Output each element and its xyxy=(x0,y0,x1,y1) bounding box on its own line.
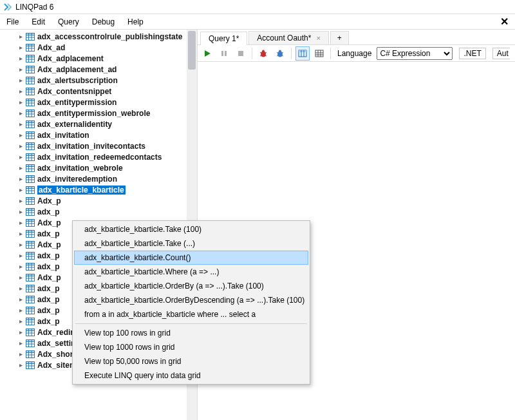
context-menu-item[interactable]: adx_kbarticle_kbarticle.Take (...) xyxy=(74,236,308,251)
menu-debug[interactable]: Debug xyxy=(86,14,121,29)
language-select[interactable]: C# Expression xyxy=(377,47,453,60)
tree-expander-icon[interactable]: ▸ xyxy=(17,66,24,73)
tree-expander-icon[interactable]: ▸ xyxy=(17,153,24,160)
svg-rect-141 xyxy=(26,339,35,341)
context-menu-item[interactable]: adx_kbarticle_kbarticle.Take (100) xyxy=(74,222,308,236)
menu-help[interactable]: Help xyxy=(121,14,150,29)
tree-expander-icon[interactable]: ▸ xyxy=(17,252,24,259)
tab-add-button[interactable]: + xyxy=(330,31,349,44)
context-menu-item[interactable]: adx_kbarticle_kbarticle.OrderBy (a => ..… xyxy=(74,279,308,293)
table-context-menu: adx_kbarticle_kbarticle.Take (100)adx_kb… xyxy=(72,220,310,385)
tree-expander-icon[interactable]: ▸ xyxy=(17,361,24,368)
tree-expander-icon[interactable]: ▸ xyxy=(17,88,24,95)
bug-blue-icon[interactable] xyxy=(273,46,287,61)
context-menu-item[interactable]: adx_kbarticle_kbarticle.OrderByDescendin… xyxy=(74,293,308,307)
bug-red-icon[interactable] xyxy=(256,46,270,61)
context-menu-item[interactable]: from a in adx_kbarticle_kbarticle where … xyxy=(74,307,308,321)
tree-item[interactable]: ▸adx_invitation_webrole xyxy=(1,162,197,173)
tree-expander-icon[interactable]: ▸ xyxy=(17,99,24,106)
svg-rect-36 xyxy=(26,110,35,111)
context-menu-item[interactable]: View top 100 rows in grid xyxy=(74,326,308,340)
tree-expander-icon[interactable]: ▸ xyxy=(17,263,24,270)
tree-expander-icon[interactable]: ▸ xyxy=(17,55,24,62)
net-framework-button[interactable]: .NET xyxy=(459,48,485,59)
sidebar-scrollbar-thumb[interactable] xyxy=(188,31,196,70)
results-grid-icon[interactable] xyxy=(312,46,326,61)
results-rich-icon[interactable] xyxy=(295,46,310,61)
tree-item[interactable]: ▸adx_externalidentity xyxy=(1,119,197,129)
tab-label: Query 1* xyxy=(209,34,239,43)
tab-query-1[interactable]: Query 1* xyxy=(200,32,247,45)
svg-rect-131 xyxy=(26,318,35,320)
run-button[interactable] xyxy=(200,46,214,61)
tree-item[interactable]: ▸adx_invitation xyxy=(1,129,197,140)
tree-item[interactable]: ▸Adx_contentsnippet xyxy=(1,86,197,97)
tree-expander-icon[interactable]: ▸ xyxy=(17,208,24,215)
tab-account-oauth[interactable]: Account Oauth* × xyxy=(248,31,329,44)
tree-item[interactable]: ▸Adx_adplacement xyxy=(1,53,197,64)
tree-expander-icon[interactable]: ▸ xyxy=(17,339,24,347)
tree-expander-icon[interactable]: ▸ xyxy=(17,329,24,336)
tree-item[interactable]: ▸Adx_adplacement_ad xyxy=(1,64,197,75)
tree-item[interactable]: ▸adx_entitypermission_webrole xyxy=(1,108,197,119)
tree-item[interactable]: ▸adx_p xyxy=(1,206,197,217)
table-icon xyxy=(26,339,35,347)
menu-file[interactable]: File xyxy=(0,14,25,29)
table-icon xyxy=(26,296,35,303)
tree-expander-icon[interactable]: ▸ xyxy=(17,120,24,128)
tree-item[interactable]: ▸adx_alertsubscription xyxy=(1,75,197,86)
tree-item-label: adx_invitation_redeemedcontacts xyxy=(37,153,162,162)
tree-expander-icon[interactable]: ▸ xyxy=(17,175,24,182)
svg-rect-16 xyxy=(26,66,35,68)
tree-expander-icon[interactable]: ▸ xyxy=(17,307,24,314)
tab-close-icon[interactable]: × xyxy=(316,34,320,42)
tree-expander-icon[interactable]: ▸ xyxy=(17,318,24,325)
context-menu-item[interactable]: View top 50,000 rows in grid xyxy=(74,354,308,368)
tree-item[interactable]: ▸adx_entitypermission xyxy=(1,97,197,108)
tree-expander-icon[interactable]: ▸ xyxy=(17,197,24,204)
tree-expander-icon[interactable]: ▸ xyxy=(17,285,24,292)
tree-expander-icon[interactable]: ▸ xyxy=(17,186,24,193)
tree-item-label: Adx_adplacement_ad xyxy=(37,65,117,74)
tree-expander-icon[interactable]: ▸ xyxy=(17,274,24,281)
context-menu-item[interactable]: Execute LINQ query into data grid xyxy=(74,368,308,383)
tree-expander-icon[interactable]: ▸ xyxy=(17,230,24,237)
tree-expander-icon[interactable]: ▸ xyxy=(17,241,24,248)
panel-close-icon[interactable]: ✕ xyxy=(500,15,509,28)
svg-rect-126 xyxy=(26,307,35,309)
tree-expander-icon[interactable]: ▸ xyxy=(17,77,24,84)
context-menu-item[interactable]: adx_kbarticle_kbarticle.Where (a => ...) xyxy=(74,265,308,279)
context-menu-item[interactable]: View top 1000 rows in grid xyxy=(74,340,308,354)
menu-query[interactable]: Query xyxy=(52,14,86,29)
tree-item[interactable]: ▸adx_invitation_redeemedcontacts xyxy=(1,151,197,162)
tree-expander-icon[interactable]: ▸ xyxy=(17,131,24,138)
tree-item[interactable]: ▸adx_inviteredemption xyxy=(1,173,197,184)
tree-expander-icon[interactable]: ▸ xyxy=(17,110,24,117)
tree-item[interactable]: ▸adx_accesscontrolrule_publishingstate xyxy=(1,31,197,42)
tree-expander-icon[interactable]: ▸ xyxy=(17,164,24,171)
tree-expander-icon[interactable]: ▸ xyxy=(17,142,24,149)
tree-expander-icon[interactable]: ▸ xyxy=(17,33,24,40)
tree-item[interactable]: ▸Adx_ad xyxy=(1,42,197,53)
tree-expander-icon[interactable]: ▸ xyxy=(17,296,24,303)
tree-expander-icon[interactable]: ▸ xyxy=(17,219,24,226)
table-icon xyxy=(26,131,35,139)
svg-rect-76 xyxy=(26,197,35,199)
context-menu-item[interactable]: adx_kbarticle_kbarticle.Count() xyxy=(74,251,308,265)
aut-button[interactable]: Aut xyxy=(492,48,510,59)
svg-rect-136 xyxy=(26,329,35,330)
svg-rect-96 xyxy=(26,241,35,243)
tree-item[interactable]: ▸adx_invitation_invitecontacts xyxy=(1,140,197,151)
tree-item-label: adx_entitypermission_webrole xyxy=(37,109,150,118)
menu-edit[interactable]: Edit xyxy=(25,14,52,29)
svg-rect-81 xyxy=(26,208,35,210)
table-icon xyxy=(26,99,35,106)
tree-item-label: adx_p xyxy=(37,207,60,216)
tree-expander-icon[interactable]: ▸ xyxy=(17,350,24,358)
table-icon xyxy=(26,33,35,41)
tree-item-label: adx_invitation xyxy=(37,131,89,140)
tree-expander-icon[interactable]: ▸ xyxy=(17,44,24,51)
table-icon xyxy=(26,66,35,73)
tree-item[interactable]: ▸Adx_p xyxy=(1,195,197,206)
tree-item[interactable]: ▸adx_kbarticle_kbarticle xyxy=(1,184,197,195)
